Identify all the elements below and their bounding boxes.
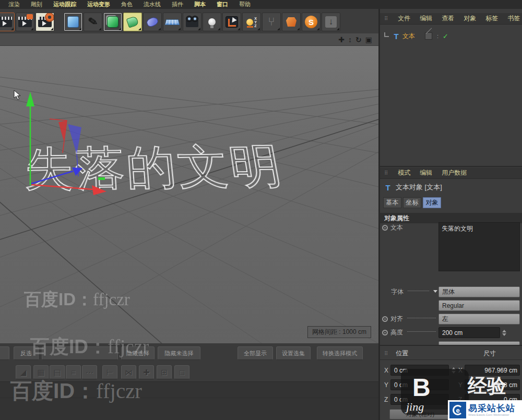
text-object-icon: T bbox=[393, 32, 400, 41]
unhide-all-button[interactable]: 全部显示 bbox=[238, 346, 273, 360]
mesh-tool-9-icon[interactable]: ⊞ bbox=[157, 365, 172, 379]
attribute-title-label: 文本对象 [文本] bbox=[396, 183, 442, 192]
coordinates-xyz-icon[interactable]: XYZ bbox=[242, 13, 261, 31]
hide-selected-button[interactable]: 隐藏选择 bbox=[121, 346, 155, 360]
3d-text-object[interactable]: 失落的文明 bbox=[24, 136, 289, 201]
keyframe-radio-icon[interactable] bbox=[382, 316, 388, 322]
align-dropdown[interactable]: 左 bbox=[438, 314, 520, 325]
drag-handle-icon[interactable]: ⠿ bbox=[384, 16, 388, 21]
menu-render[interactable]: 渲染 bbox=[8, 1, 20, 8]
layer-tag-icon[interactable] bbox=[425, 32, 432, 40]
object-tree-item-text[interactable]: T 文本 : ✓ bbox=[382, 30, 520, 42]
keyframe-radio-icon[interactable] bbox=[382, 225, 388, 231]
menu-character[interactable]: 角色 bbox=[121, 1, 133, 8]
viewport[interactable]: ✚ ↕ ↻ ▣ bbox=[0, 33, 378, 343]
am-menu-mode[interactable]: 模式 bbox=[398, 169, 410, 177]
position-z-input[interactable]: 0 cm bbox=[390, 394, 449, 405]
mesh-tool-4-icon[interactable]: ≡ bbox=[66, 365, 81, 379]
coordinate-mode-dropdown[interactable]: 对象 (相对) bbox=[389, 409, 451, 419]
viewport-rotate-icon[interactable]: ↻ bbox=[355, 36, 362, 43]
convert-selection-button[interactable]: 转换选择模式 bbox=[317, 346, 363, 360]
mesh-tool-2-icon[interactable]: ▦ bbox=[33, 365, 49, 379]
bottom-empty-strip bbox=[0, 381, 378, 420]
position-x-spinner[interactable] bbox=[450, 365, 457, 376]
text-content-input[interactable]: 失落的文明 bbox=[438, 222, 520, 271]
sketch-toon-icon[interactable]: S bbox=[302, 13, 321, 31]
tab-object[interactable]: 对象 bbox=[423, 197, 441, 208]
menu-script[interactable]: 脚本 bbox=[194, 1, 206, 8]
am-menu-userdata[interactable]: 用户数据 bbox=[442, 169, 467, 177]
mesh-tool-3-icon[interactable]: ▤ bbox=[50, 365, 65, 379]
bend-deformer-icon[interactable] bbox=[143, 13, 162, 31]
viewport-pan-icon[interactable]: ✚ bbox=[338, 36, 345, 43]
command-button-partial[interactable] bbox=[0, 346, 9, 360]
floor-environment-icon[interactable] bbox=[163, 13, 182, 31]
om-menu-file[interactable]: 文件 bbox=[398, 14, 410, 23]
object-tree[interactable]: T 文本 : ✓ bbox=[380, 25, 522, 165]
grid-spacing-label: 网格间距 : 1000 cm bbox=[307, 326, 371, 338]
viewport-zoom-icon[interactable]: ↕ bbox=[348, 36, 352, 43]
text-field-label: 文本 bbox=[382, 222, 437, 233]
render-settings-icon[interactable] bbox=[35, 13, 54, 31]
om-menu-object[interactable]: 对象 bbox=[464, 14, 476, 23]
mesh-tool-5-icon[interactable]: ⋯ bbox=[82, 365, 97, 379]
hide-unselected-button[interactable]: 隐藏未选择 bbox=[158, 346, 200, 360]
om-menu-view[interactable]: 查看 bbox=[442, 14, 454, 23]
om-menu-bookmarks[interactable]: 书签 bbox=[507, 14, 520, 23]
character-joint-icon[interactable]: ⑂ bbox=[262, 13, 281, 31]
mesh-tool-1-icon[interactable]: ◢ bbox=[16, 365, 31, 379]
invert-selection-button[interactable]: 反选 bbox=[14, 346, 39, 360]
command-button-obscured[interactable] bbox=[42, 346, 118, 360]
font-style-dropdown[interactable]: Regular bbox=[438, 300, 520, 311]
attribute-manager: ⠿ 模式 编辑 用户数据 T 文本对象 [文本] 基本 坐标 对象 对象属性 文… bbox=[380, 166, 522, 345]
camera-icon[interactable] bbox=[183, 13, 201, 31]
viewport-canvas[interactable]: 失落的文明 百度ID：ffjczr 网格间距 : 1000 cm bbox=[0, 46, 378, 343]
mesh-tool-8-icon[interactable]: ✚ bbox=[139, 365, 154, 379]
om-menu-tags[interactable]: 标签 bbox=[485, 14, 498, 23]
mesh-tool-10-icon[interactable]: □ bbox=[174, 365, 189, 379]
position-x-input[interactable]: 0 cm bbox=[390, 365, 449, 376]
visibility-dots-icon[interactable]: : bbox=[437, 33, 439, 39]
workplane-icon[interactable] bbox=[222, 13, 241, 31]
size-y-input[interactable]: 5.938 cm bbox=[465, 379, 520, 390]
menu-window[interactable]: 窗口 bbox=[217, 1, 228, 8]
size-x-input[interactable]: 967.969 cm bbox=[465, 365, 520, 376]
extrude-generator-icon[interactable] bbox=[123, 13, 142, 31]
menu-help[interactable]: 帮助 bbox=[239, 1, 251, 8]
render-picture-viewer-icon[interactable] bbox=[16, 13, 34, 31]
position-y-input[interactable]: 0 cm bbox=[390, 379, 449, 390]
font-name-dropdown[interactable]: 黑体 bbox=[438, 286, 520, 297]
height-input[interactable]: 200 cm bbox=[438, 327, 500, 338]
menu-pipeline[interactable]: 流水线 bbox=[144, 1, 161, 8]
tree-branch-icon bbox=[384, 32, 389, 37]
cube-primitive-icon[interactable] bbox=[64, 13, 82, 31]
content-browser-icon[interactable]: ↓ bbox=[322, 13, 340, 31]
menu-sculpt[interactable]: 雕刻 bbox=[31, 1, 42, 8]
drag-handle-icon[interactable]: ⠿ bbox=[384, 170, 388, 176]
object-name-label[interactable]: 文本 bbox=[402, 32, 415, 41]
render-view-icon[interactable] bbox=[0, 13, 15, 31]
tab-coordinates[interactable]: 坐标 bbox=[403, 197, 421, 208]
subdivision-surface-icon[interactable] bbox=[103, 13, 122, 31]
keyframe-radio-icon[interactable] bbox=[382, 330, 388, 335]
mesh-tool-7-icon[interactable]: ⋈ bbox=[121, 365, 136, 379]
menu-motion-tracker[interactable]: 运动跟踪 bbox=[53, 1, 76, 8]
menu-plugins[interactable]: 插件 bbox=[172, 1, 183, 8]
mesh-tool-6-icon[interactable]: ⊢ bbox=[102, 365, 117, 379]
light-icon[interactable] bbox=[203, 13, 221, 31]
easck-logo-icon: e bbox=[449, 402, 466, 418]
height-spinner[interactable] bbox=[501, 327, 507, 338]
menu-motion-graph[interactable]: 运动变形 bbox=[87, 1, 110, 8]
drag-handle-icon[interactable]: ⠿ bbox=[384, 351, 388, 356]
set-selection-button[interactable]: 设置选集 bbox=[276, 346, 311, 360]
cloth-icon[interactable] bbox=[282, 13, 301, 31]
tab-basic[interactable]: 基本 bbox=[383, 197, 401, 208]
viewport-layout-toggle-icon[interactable]: ▣ bbox=[365, 36, 372, 43]
enable-check-icon[interactable]: ✓ bbox=[443, 32, 448, 40]
attribute-title: T 文本对象 [文本] bbox=[384, 183, 442, 192]
font-label: 字体 bbox=[382, 286, 437, 297]
chevron-down-icon[interactable] bbox=[433, 290, 437, 293]
spline-pen-icon[interactable]: ✎ bbox=[84, 13, 102, 31]
om-menu-edit[interactable]: 编辑 bbox=[420, 14, 432, 23]
am-menu-edit[interactable]: 编辑 bbox=[420, 169, 432, 177]
